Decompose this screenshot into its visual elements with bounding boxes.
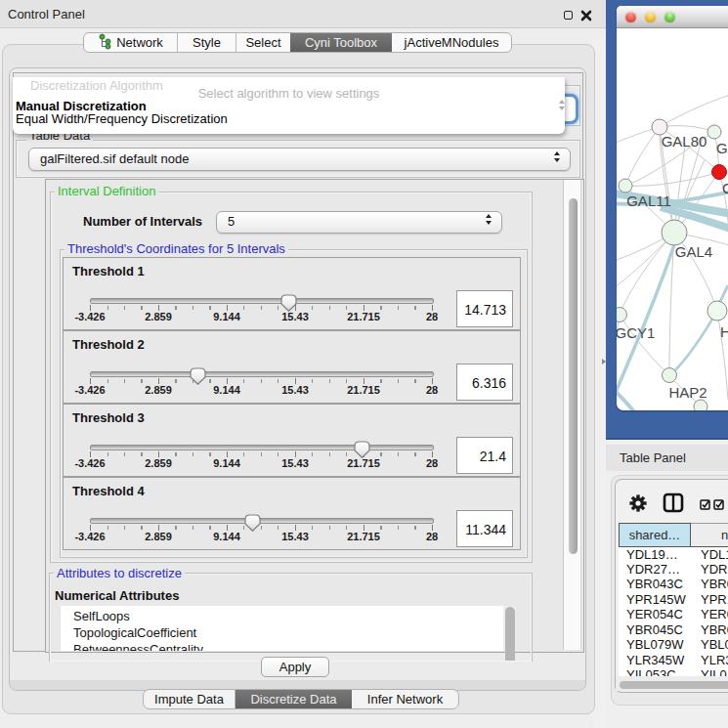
- svg-text:GAL4: GAL4: [675, 243, 712, 260]
- svg-text:GAL80: GAL80: [662, 133, 707, 150]
- svg-text:HI: HI: [720, 323, 728, 340]
- svg-text:GCY1: GCY1: [617, 324, 655, 341]
- svg-text:GAL11: GAL11: [626, 193, 671, 209]
- svg-text:HAP2: HAP2: [668, 384, 707, 401]
- svg-text:C: C: [722, 180, 728, 196]
- svg-text:GA: GA: [716, 140, 728, 156]
